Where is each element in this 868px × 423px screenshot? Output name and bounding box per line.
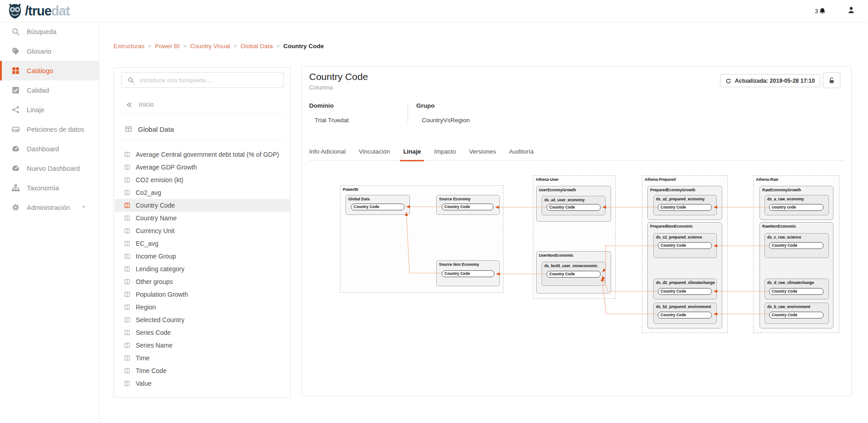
- lineage-field-node[interactable]: Country Code: [769, 312, 824, 318]
- list-item-label: Other groups: [136, 278, 173, 285]
- list-item-ec-avg[interactable]: EC_avg: [115, 237, 290, 250]
- sidebar-item-label: Nuevo Dashboard: [27, 165, 80, 172]
- structure-browse-panel: Inicio Global Data Average Central gover…: [113, 67, 291, 398]
- lineage-table-label: Global Data: [348, 197, 370, 201]
- user-icon: [847, 6, 855, 14]
- list-item-label: Income Group: [136, 253, 176, 260]
- columns-icon: [124, 253, 130, 259]
- sidebar-item-label: Administración: [27, 204, 70, 211]
- list-item-series-code[interactable]: Series Code: [115, 326, 290, 339]
- columns-icon: [124, 189, 130, 196]
- lineage-dataset-label: ds_bcd3_user_noneconomic: [544, 264, 597, 268]
- breadcrumb-global-data[interactable]: Global Data: [241, 43, 273, 50]
- breadcrumb-country-code: Country Code: [283, 43, 324, 50]
- lineage-diagram: PowerBIGlobal DataCountry CodeSource Eco…: [302, 67, 851, 396]
- columns-icon: [124, 368, 130, 374]
- lineage-field-node[interactable]: Country Code: [658, 242, 712, 249]
- list-item-average-gdp-growth[interactable]: Average GDP Growth: [115, 161, 290, 174]
- breadcrumb-power-bi[interactable]: Power BI: [155, 43, 180, 50]
- list-item-average-central-government-debt-total-of-gdp[interactable]: Average Central government debt total (%…: [115, 148, 290, 161]
- list-item-region[interactable]: Region: [115, 301, 290, 314]
- lineage-table-label: UserEconmyGrowth: [539, 188, 576, 192]
- list-item-time-code[interactable]: Time Code: [115, 364, 290, 377]
- sidebar-item-label: Búsqueda: [27, 28, 56, 35]
- sidebar-item-catalogo[interactable]: Catálogo: [0, 61, 99, 80]
- list-item-co2-emision-kt[interactable]: CO2 emision (kt): [115, 174, 290, 186]
- sidebar-item-peticiones-de-datos[interactable]: Peticiones de datos: [0, 119, 99, 139]
- lineage-field-node[interactable]: Country Code: [658, 204, 712, 211]
- structure-detail-card: Country Code Columna Actualizada: 2019-0…: [301, 66, 852, 396]
- sidebar-item-label: Calidad: [27, 87, 49, 94]
- list-item-other-groups[interactable]: Other groups: [115, 275, 290, 288]
- lineage-table-label: PreparedEconmyGrowth: [650, 188, 695, 192]
- list-item-label: Value: [136, 380, 152, 387]
- list-item-value[interactable]: Value: [115, 377, 290, 390]
- breadcrumb-separator: >: [148, 43, 151, 50]
- lineage-dataset-label: ds_d_raw_climatechange: [767, 280, 814, 285]
- lineage-field-node[interactable]: Country Code: [547, 271, 601, 278]
- lineage-dataset-label: ds_a_raw_economy: [767, 197, 804, 201]
- list-item-country-code[interactable]: Country Code: [115, 199, 290, 212]
- list-item-selected-country[interactable]: Selected Country: [115, 314, 290, 326]
- breadcrumb: Estructuras>Power BI>Country Visual>Glob…: [113, 43, 324, 50]
- list-item-currency-unit[interactable]: Currency Unit: [115, 224, 290, 237]
- lineage-table-label: Source Non Economy: [439, 262, 479, 267]
- lineage-field-node[interactable]: Country Code: [442, 270, 494, 277]
- list-item-country-name[interactable]: Country Name: [115, 212, 290, 224]
- columns-icon: [124, 279, 130, 285]
- lineage-field-node[interactable]: Country Code: [658, 312, 712, 318]
- back-to-home-button[interactable]: Inicio: [121, 96, 284, 114]
- lineage-field-node[interactable]: Country Code: [442, 204, 493, 210]
- list-item-label: Lending category: [136, 265, 184, 273]
- sidebar-item-busqueda[interactable]: Búsqueda: [0, 22, 99, 41]
- search-input[interactable]: [139, 76, 283, 84]
- columns-icon: [124, 151, 130, 158]
- columns-icon: [124, 329, 130, 336]
- list-item-series-name[interactable]: Series Name: [115, 339, 290, 352]
- lineage-table-label: RawEconomyGrowth: [762, 188, 801, 192]
- columns-icon: [124, 304, 130, 310]
- columns-icon: [124, 291, 130, 298]
- lineage-table-label: PreparedNonEconomic: [650, 224, 693, 229]
- logo-wordmark: /truedat: [25, 2, 69, 20]
- sidebar-item-label: Dashboard: [27, 145, 59, 153]
- parent-structure-global-data[interactable]: Global Data: [121, 119, 284, 140]
- list-item-label: Average Central government debt total (%…: [136, 151, 279, 158]
- sidebar-item-nuevo-dashboard[interactable]: Nuevo Dashboard: [0, 159, 99, 178]
- list-item-income-group[interactable]: Income Group: [115, 250, 290, 263]
- breadcrumb-separator: >: [183, 43, 187, 50]
- lineage-field-node[interactable]: Country Code: [547, 204, 601, 211]
- columns-icon: [124, 164, 130, 170]
- lineage-field-node[interactable]: Country Code: [351, 204, 404, 210]
- sidebar-item-dashboard[interactable]: Dashboard: [0, 139, 99, 159]
- sidebar-item-calidad[interactable]: Calidad: [0, 80, 99, 100]
- lineage-field-node[interactable]: Country Code: [769, 242, 824, 249]
- list-item-time[interactable]: Time: [115, 352, 290, 364]
- lineage-field-node[interactable]: country code: [769, 204, 824, 211]
- truedat-logo[interactable]: /truedat: [6, 2, 69, 20]
- sidebar-item-taxonomia[interactable]: Taxonomía: [0, 178, 99, 198]
- list-item-label: Currency Unit: [136, 227, 175, 234]
- breadcrumb-estructuras[interactable]: Estructuras: [113, 43, 144, 50]
- sidebar-item-label: Taxonomía: [27, 184, 59, 192]
- list-item-population-growth[interactable]: Population Growth: [115, 288, 290, 301]
- list-item-lending-category[interactable]: Lending category: [115, 263, 290, 275]
- user-menu-button[interactable]: [847, 6, 855, 16]
- lineage-field-node[interactable]: Country Code: [769, 288, 824, 295]
- gauge-icon: [11, 144, 20, 154]
- share-icon: [11, 105, 20, 114]
- breadcrumb-country-visual[interactable]: Country Visual: [190, 43, 230, 50]
- lineage-dataset-label: ds_a3_user_economy: [544, 198, 585, 202]
- notifications-button[interactable]: 3: [815, 7, 826, 15]
- sidebar-item-glosario[interactable]: Glosario: [0, 41, 99, 61]
- sidebar-item-linaje[interactable]: Linaje: [0, 100, 99, 119]
- list-item-label: Country Name: [136, 214, 177, 222]
- sidebar-item-administracion[interactable]: Administración: [0, 198, 99, 217]
- search-icon: [128, 77, 134, 84]
- list-item-co2-avg[interactable]: Co2_avg: [115, 186, 290, 199]
- truedat-owl-icon: [6, 2, 24, 20]
- lineage-field-node[interactable]: Country Code: [658, 288, 712, 295]
- double-chevron-left-icon: [126, 101, 133, 108]
- list-item-label: EC_avg: [136, 240, 158, 247]
- lineage-group-label: PowerBI: [343, 187, 358, 192]
